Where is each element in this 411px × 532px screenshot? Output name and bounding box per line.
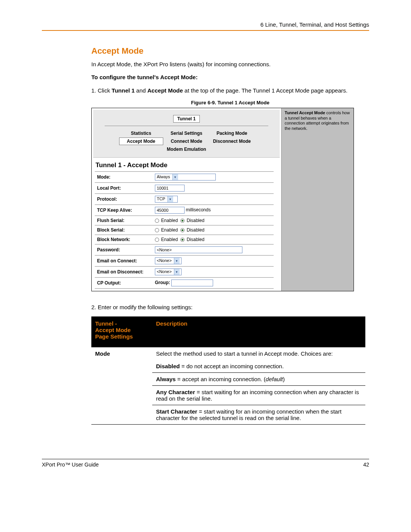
tabs-area: Tunnel 1 Statistics Serial Settings Pack…	[93, 110, 280, 158]
chevron-down-icon: ▾	[172, 174, 178, 180]
ui-pane: Tunnel 1 Statistics Serial Settings Pack…	[92, 108, 281, 291]
row-cp-output: CP Output: Group:	[95, 277, 274, 288]
input-password[interactable]: <None>	[155, 246, 242, 253]
label-local-port: Local Port:	[95, 182, 153, 193]
row-tcp-keep-alive: TCP Keep Alive: 45000 milliseconds	[95, 204, 274, 216]
row-password: Password: <None>	[95, 244, 274, 255]
radio-block-net-enabled[interactable]	[155, 238, 159, 242]
tab-connect-mode[interactable]: Connect Mode	[164, 138, 209, 145]
cell-mode-anychar: Any Character = start waiting for an inc…	[152, 386, 365, 405]
table-head-settings: Tunnel - Accept Mode Page Settings	[91, 316, 152, 347]
row-email-connect: Email on Connect: <None>▾	[95, 255, 274, 266]
help-title: Tunnel Accept Mode	[285, 110, 325, 115]
table-head-description: Description	[152, 316, 365, 347]
page-footer: XPort Pro™ User Guide 42	[42, 459, 369, 468]
dropdown-email-disconnect[interactable]: <None>▾	[155, 268, 182, 275]
row-mode: Mode: Always▾	[95, 171, 274, 182]
radio-block-net-disabled[interactable]	[180, 238, 185, 242]
header-rule	[42, 30, 369, 31]
label-password: Password:	[95, 244, 153, 255]
tab-modem-emulation[interactable]: Modem Emulation	[164, 146, 209, 153]
footer-page-number: 42	[363, 462, 369, 468]
row-local-port: Local Port: 10001	[95, 182, 274, 193]
radio-block-serial-disabled[interactable]	[180, 228, 185, 232]
radio-flush-disabled[interactable]	[180, 219, 185, 223]
settings-table: Tunnel - Accept Mode Page Settings Descr…	[91, 316, 365, 425]
section-title: Accept Mode	[91, 46, 369, 56]
step-1: 1. Click Tunnel 1 and Accept Mode at the…	[91, 87, 369, 94]
panel-title: Tunnel 1 - Accept Mode	[96, 161, 281, 169]
label-flush-serial: Flush Serial:	[95, 216, 153, 225]
tab-disconnect-mode[interactable]: Disconnect Mode	[210, 138, 254, 145]
chevron-down-icon: ▾	[174, 258, 180, 264]
cell-mode-intro: Select the method used to start a tunnel…	[152, 347, 365, 360]
cell-mode-always: Always = accept an incoming connection. …	[152, 373, 365, 386]
label-group: Group:	[155, 280, 170, 285]
label-tcp-keep-alive: TCP Keep Alive:	[95, 204, 153, 216]
radio-flush-enabled[interactable]	[155, 219, 159, 223]
dropdown-mode[interactable]: Always▾	[155, 174, 216, 181]
input-local-port[interactable]: 10001	[155, 185, 185, 192]
chevron-down-icon: ▾	[167, 196, 173, 202]
input-tcp-keep-alive[interactable]: 45000	[155, 207, 185, 214]
cell-mode-key: Mode	[91, 347, 152, 360]
tab-row-3: . Modem Emulation .	[100, 146, 273, 153]
chapter-header: 6 Line, Tunnel, Terminal, and Host Setti…	[42, 21, 369, 30]
label-email-connect: Email on Connect:	[95, 255, 153, 266]
step-2: 2. Enter or modify the following setting…	[91, 304, 369, 311]
tab-statistics[interactable]: Statistics	[119, 130, 163, 137]
figure-tunnel-accept: Tunnel 1 Statistics Serial Settings Pack…	[91, 108, 354, 291]
tab-accept-mode[interactable]: Accept Mode	[119, 137, 163, 145]
radio-block-serial-enabled[interactable]	[155, 228, 159, 232]
row-email-disconnect: Email on Disconnect: <None>▾	[95, 266, 274, 277]
dropdown-email-connect[interactable]: <None>▾	[155, 257, 182, 264]
section-intro: In Accept Mode, the XPort Pro listens (w…	[91, 61, 369, 68]
input-group[interactable]	[171, 280, 213, 286]
tab-row-2: Accept Mode Connect Mode Disconnect Mode	[100, 137, 273, 145]
label-protocol: Protocol:	[95, 193, 153, 204]
row-flush-serial: Flush Serial: Enabled Disabled	[95, 216, 274, 225]
row-protocol: Protocol: TCP▾	[95, 193, 274, 204]
tab-row-1: Statistics Serial Settings Packing Mode	[100, 130, 273, 137]
cell-mode-startchar: Start Character = start waiting for an i…	[152, 405, 365, 425]
tab-serial-settings[interactable]: Serial Settings	[164, 130, 209, 137]
tab-tunnel-1[interactable]: Tunnel 1	[173, 115, 200, 123]
label-block-serial: Block Serial:	[95, 225, 153, 235]
tab-packing-mode[interactable]: Packing Mode	[210, 130, 254, 137]
label-email-disconnect: Email on Disconnect:	[95, 266, 153, 277]
footer-left: XPort Pro™ User Guide	[42, 462, 99, 468]
label-mode: Mode:	[95, 171, 153, 182]
label-block-network: Block Network:	[95, 235, 153, 244]
row-block-serial: Block Serial: Enabled Disabled	[95, 225, 274, 235]
help-pane: Tunnel Accept Mode controls how a tunnel…	[281, 108, 354, 291]
chevron-down-icon: ▾	[174, 269, 180, 275]
row-block-network: Block Network: Enabled Disabled	[95, 235, 274, 244]
cell-mode-disabled: Disabled = do not accept an incoming con…	[152, 360, 365, 373]
config-heading: To configure the tunnel's Accept Mode:	[91, 73, 369, 81]
form-table: Mode: Always▾ Local Port: 10001 Protocol…	[95, 171, 274, 289]
unit-tcp-keep-alive: milliseconds	[186, 207, 210, 212]
label-cp-output: CP Output:	[95, 277, 153, 288]
dropdown-protocol[interactable]: TCP▾	[155, 196, 178, 203]
figure-caption: Figure 6-9. Tunnel 1 Accept Mode	[91, 100, 369, 105]
